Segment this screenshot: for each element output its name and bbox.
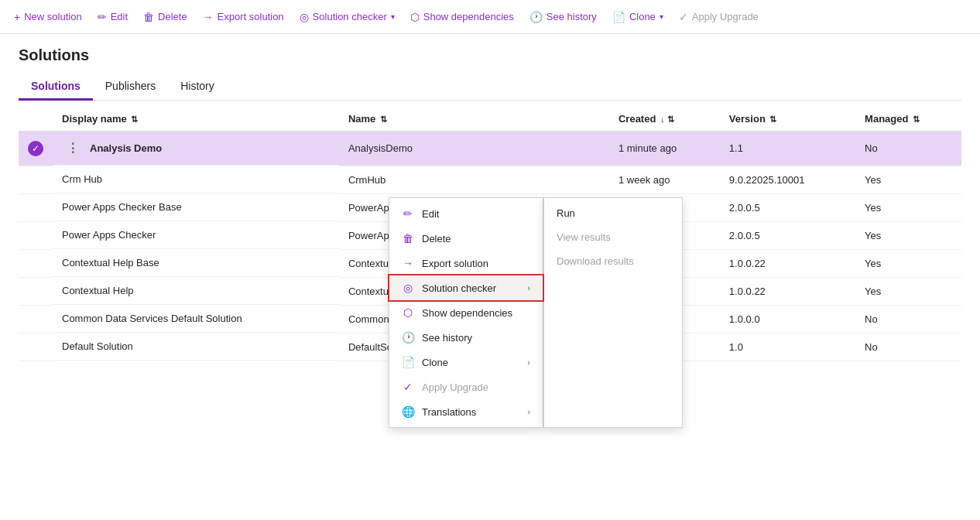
chevron-right-icon: › <box>527 358 530 361</box>
col-name[interactable]: Name ⇅ <box>339 107 609 132</box>
cell-display-name: Crm Hub <box>53 166 339 193</box>
history-icon: 🕐 <box>402 331 414 344</box>
edit-button[interactable]: ✏ Edit <box>90 0 135 34</box>
menu-item-show-dependencies[interactable]: ⬡ Show dependencies <box>389 300 543 325</box>
toolbar: + New solution ✏ Edit 🗑 Delete → Export … <box>0 0 980 34</box>
cell-display-name: Power Apps Checker <box>53 221 339 249</box>
cell-managed: Yes <box>855 221 961 249</box>
checkmark-icon: ✓ <box>679 11 688 23</box>
cell-managed: Yes <box>855 277 961 305</box>
context-menu-wrapper: ✏ Edit 🗑 Delete → Export solution ◎ Solu… <box>389 197 683 361</box>
cell-version: 1.0.0.0 <box>720 305 855 333</box>
export-solution-button[interactable]: → Export solution <box>195 0 292 34</box>
cell-version: 1.0.0.22 <box>720 249 855 277</box>
history-icon: 🕐 <box>529 11 543 23</box>
col-created[interactable]: Created ↓ ⇅ <box>609 107 720 132</box>
menu-item-edit[interactable]: ✏ Edit <box>389 201 543 226</box>
menu-item-export-solution[interactable]: → Export solution <box>389 251 543 275</box>
solution-checker-icon: ◎ <box>300 11 309 23</box>
submenu-item-view-results[interactable]: View results <box>544 225 682 249</box>
edit-icon: ✏ <box>402 207 414 220</box>
select-all-header[interactable] <box>19 107 53 132</box>
cell-version: 1.0 <box>720 333 855 361</box>
cell-managed: Yes <box>855 193 961 221</box>
submenu-item-download-results[interactable]: Download results <box>544 249 682 273</box>
cell-version: 2.0.0.5 <box>720 221 855 249</box>
col-display-name[interactable]: Display name ⇅ <box>53 107 339 132</box>
row-selector[interactable] <box>19 166 53 193</box>
chevron-right-icon: › <box>527 283 530 292</box>
solution-checker-button[interactable]: ◎ Solution checker ▾ <box>292 0 403 34</box>
tab-history[interactable]: History <box>168 74 227 101</box>
delete-icon: 🗑 <box>143 11 154 23</box>
cell-version: 1.0.0.22 <box>720 277 855 305</box>
cell-name: CrmHub <box>339 166 609 193</box>
col-managed[interactable]: Managed ⇅ <box>855 107 961 132</box>
cell-display-name: Power Apps Checker Base <box>53 193 339 221</box>
dependencies-icon: ⬡ <box>410 11 420 23</box>
menu-item-clone[interactable]: 📄 Clone › <box>389 350 543 361</box>
delete-button[interactable]: 🗑 Delete <box>135 0 195 34</box>
cell-created: 1 week ago <box>609 166 720 193</box>
row-selector[interactable]: ✓ <box>19 132 53 166</box>
cell-version: 9.0.22025.10001 <box>720 166 855 193</box>
col-version[interactable]: Version ⇅ <box>720 107 855 132</box>
see-history-button[interactable]: 🕐 See history <box>522 0 605 34</box>
row-selector[interactable] <box>19 249 53 277</box>
menu-item-see-history[interactable]: 🕐 See history <box>389 325 543 350</box>
cell-display-name: Contextual Help Base <box>53 249 339 277</box>
cell-name: AnalysisDemo <box>339 132 609 166</box>
export-icon: → <box>402 257 414 269</box>
chevron-down-icon: ▾ <box>391 12 395 21</box>
table-row: ✓⋮Analysis DemoAnalysisDemo1 minute ago1… <box>19 132 961 166</box>
cell-managed: Yes <box>855 249 961 277</box>
cell-version: 1.1 <box>720 132 855 166</box>
submenu: Run View results Download results <box>543 197 683 361</box>
sort-icon: ↓ ⇅ <box>660 115 674 124</box>
tab-publishers[interactable]: Publishers <box>93 74 168 101</box>
menu-item-delete[interactable]: 🗑 Delete <box>389 226 543 251</box>
sort-icon: ⇅ <box>380 115 387 124</box>
cell-display-name: Default Solution <box>53 333 339 361</box>
context-menu-trigger[interactable]: ⋮ <box>62 139 84 157</box>
cell-managed: No <box>855 132 961 166</box>
submenu-item-run[interactable]: Run <box>544 201 682 225</box>
cell-display-name: ⋮Analysis Demo <box>53 132 339 166</box>
clone-icon: 📄 <box>402 356 414 361</box>
context-menu: ✏ Edit 🗑 Delete → Export solution ◎ Solu… <box>389 197 543 361</box>
cell-created: 1 minute ago <box>609 132 720 166</box>
cell-display-name: Common Data Services Default Solution <box>53 305 339 333</box>
cell-version: 2.0.0.5 <box>720 193 855 221</box>
page-header: Solutions <box>0 34 980 64</box>
row-selector[interactable] <box>19 333 53 361</box>
menu-item-solution-checker[interactable]: ◎ Solution checker › <box>389 275 543 300</box>
dependencies-icon: ⬡ <box>402 306 414 319</box>
export-icon: → <box>203 11 214 23</box>
delete-icon: 🗑 <box>402 232 414 245</box>
row-selector[interactable] <box>19 277 53 305</box>
new-solution-button[interactable]: + New solution <box>6 0 90 34</box>
tabs-container: Solutions Publishers History <box>19 74 961 101</box>
chevron-down-icon: ▾ <box>660 12 663 21</box>
cell-managed: No <box>855 305 961 333</box>
sort-icon: ⇅ <box>131 115 138 124</box>
page-title: Solutions <box>19 46 961 64</box>
tab-solutions[interactable]: Solutions <box>19 74 93 101</box>
cell-display-name: Contextual Help <box>53 277 339 305</box>
row-selector[interactable] <box>19 221 53 249</box>
sort-icon: ⇅ <box>913 115 920 124</box>
edit-icon: ✏ <box>98 11 107 23</box>
row-selector[interactable] <box>19 193 53 221</box>
sort-icon: ⇅ <box>769 115 776 124</box>
cell-managed: No <box>855 333 961 361</box>
clone-icon: 📄 <box>612 11 625 23</box>
row-selector[interactable] <box>19 305 53 333</box>
clone-button[interactable]: 📄 Clone ▾ <box>605 0 671 34</box>
cell-managed: Yes <box>855 166 961 193</box>
apply-upgrade-button[interactable]: ✓ Apply Upgrade <box>671 0 766 34</box>
table-row: Crm HubCrmHub1 week ago9.0.22025.10001Ye… <box>19 166 961 193</box>
solution-checker-icon: ◎ <box>402 282 414 294</box>
check-circle: ✓ <box>28 141 43 156</box>
show-dependencies-button[interactable]: ⬡ Show dependencies <box>403 0 522 34</box>
plus-icon: + <box>14 11 20 23</box>
